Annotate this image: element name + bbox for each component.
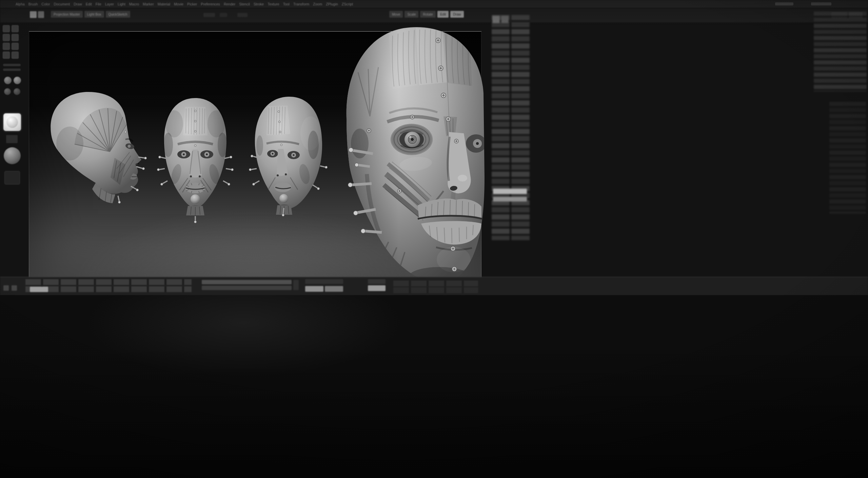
tray-icon[interactable]: [12, 34, 19, 41]
far-right-panel-lower[interactable]: [829, 102, 866, 214]
menu-item[interactable]: Brush: [28, 2, 38, 6]
menu-item[interactable]: Material: [158, 2, 170, 6]
shelf-widget[interactable]: [368, 279, 386, 284]
material-sphere-thumbnail[interactable]: [4, 147, 21, 164]
menu-item[interactable]: Draw: [74, 2, 82, 6]
menu-item[interactable]: Preferences: [201, 2, 220, 6]
shelf-button[interactable]: QuickSketch: [106, 11, 130, 18]
ecorche-head-side-profile[interactable]: [51, 92, 146, 204]
tray-slider[interactable]: [3, 69, 21, 71]
tray-icon[interactable]: [3, 25, 10, 32]
menu-item[interactable]: Document: [54, 2, 70, 6]
color-swatch-icon[interactable]: [14, 77, 21, 84]
shelf-widget[interactable]: [237, 13, 248, 17]
tray-icon[interactable]: [492, 16, 500, 23]
shelf-right-group: MoveScaleRotateEditDraw: [389, 11, 464, 18]
color-swatch-icon[interactable]: [4, 77, 12, 84]
bottom-button-row[interactable]: [25, 286, 192, 292]
bottom-button-active[interactable]: [30, 287, 48, 292]
menu-item[interactable]: ZScript: [342, 2, 353, 6]
tray-icon[interactable]: [3, 34, 10, 41]
bottom-button-active[interactable]: [368, 285, 386, 291]
menu-item[interactable]: Edit: [86, 2, 92, 6]
menu-right-item[interactable]: [811, 2, 831, 5]
tool-icon-button[interactable]: [38, 11, 44, 18]
menu-item[interactable]: File: [96, 2, 101, 6]
menu-item[interactable]: Zoom: [313, 2, 322, 6]
ecorche-head-closeup[interactable]: [347, 27, 486, 286]
menu-item[interactable]: Movie: [174, 2, 183, 6]
right-tray-buttons[interactable]: [492, 15, 510, 240]
tray-icon[interactable]: [12, 43, 19, 50]
viewport-3d: [26, 24, 490, 295]
top-shelf: Projection MasterLight BoxQuickSketch Mo…: [0, 8, 868, 23]
bottom-button[interactable]: [325, 286, 343, 292]
menu-item[interactable]: Layer: [105, 2, 114, 6]
right-tray-buttons[interactable]: [511, 15, 530, 240]
gradient-swatch-icon[interactable]: [14, 88, 20, 95]
far-right-panel[interactable]: [814, 12, 867, 92]
menu-item[interactable]: Render: [224, 2, 235, 6]
stroke-thumbnail[interactable]: [6, 135, 18, 143]
shelf-button[interactable]: Draw: [450, 11, 463, 18]
menu-item[interactable]: Color: [41, 2, 50, 6]
shelf-widget[interactable]: [220, 13, 227, 17]
bottom-shelf: [0, 277, 868, 295]
bottom-button-row[interactable]: [393, 281, 478, 286]
menu-right-item[interactable]: [775, 2, 793, 5]
shelf-left-group: Projection MasterLight BoxQuickSketch: [51, 11, 130, 18]
tray-slider[interactable]: [3, 64, 21, 66]
shelf-button[interactable]: Edit: [437, 11, 449, 18]
tray-button-active[interactable]: [493, 189, 527, 194]
bottom-button-active[interactable]: [305, 286, 323, 292]
menu-item[interactable]: Marker: [143, 2, 154, 6]
tray-icon[interactable]: [3, 52, 10, 59]
bottom-slider[interactable]: [202, 286, 292, 290]
shelf-widget[interactable]: [12, 285, 17, 291]
zbrush-window: AlphaBrushColorDocumentDrawEditFileLayer…: [0, 0, 868, 478]
gradient-swatch-icon[interactable]: [4, 88, 11, 95]
lower-tray-void: [0, 295, 868, 478]
shelf-widget[interactable]: [293, 280, 299, 290]
menu-item[interactable]: ZPlugin: [326, 2, 338, 6]
menu-item[interactable]: Stroke: [254, 2, 264, 6]
menu-item[interactable]: Alpha: [16, 2, 25, 6]
bottom-button-row[interactable]: [25, 279, 192, 285]
ecorche-head-front[interactable]: [157, 98, 234, 223]
menu-item[interactable]: Picker: [187, 2, 197, 6]
bottom-button-row[interactable]: [393, 287, 478, 293]
menu-item[interactable]: Transform: [293, 2, 309, 6]
menu-item[interactable]: Stencil: [239, 2, 250, 6]
shelf-widget[interactable]: [203, 13, 215, 17]
tray-icon[interactable]: [12, 52, 19, 59]
menu-item[interactable]: Macro: [129, 2, 139, 6]
texture-slot[interactable]: [4, 171, 20, 185]
brush-sphere-icon: [6, 116, 18, 128]
shelf-widget[interactable]: [3, 285, 9, 291]
current-brush-thumbnail[interactable]: [3, 113, 21, 131]
tray-icon[interactable]: [501, 16, 509, 23]
menu-bar: AlphaBrushColorDocumentDrawEditFileLayer…: [0, 0, 868, 8]
ecorche-head-three-quarter[interactable]: [249, 97, 328, 216]
shelf-button[interactable]: Scale: [405, 11, 418, 18]
tray-icon[interactable]: [3, 43, 10, 50]
tool-icon-button[interactable]: [30, 11, 37, 18]
sculpt-canvas[interactable]: [29, 31, 481, 278]
shelf-button[interactable]: Rotate: [420, 11, 435, 18]
tray-icon[interactable]: [12, 25, 19, 32]
shelf-button[interactable]: Light Box: [84, 11, 104, 18]
menu-item[interactable]: Texture: [268, 2, 279, 6]
menu-item[interactable]: Tool: [283, 2, 290, 6]
right-tray[interactable]: [492, 15, 530, 240]
left-tray: [1, 22, 25, 280]
bottom-slider[interactable]: [202, 280, 292, 284]
menu-items: AlphaBrushColorDocumentDrawEditFileLayer…: [16, 2, 353, 6]
shelf-button[interactable]: Projection Master: [51, 11, 83, 18]
shelf-widget[interactable]: [305, 279, 343, 284]
menu-item[interactable]: Light: [118, 2, 125, 6]
shelf-button[interactable]: Move: [389, 11, 403, 18]
tray-button[interactable]: [493, 197, 527, 202]
